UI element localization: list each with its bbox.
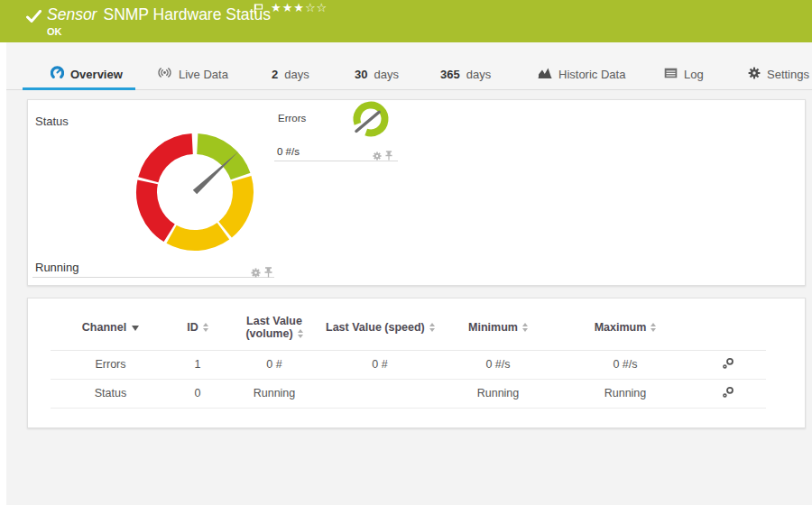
gear-icon[interactable] (251, 268, 261, 278)
tab-settings[interactable]: Settings (748, 63, 809, 85)
cell-last-value-speed: 0 # (324, 350, 436, 379)
tab-historic-data[interactable]: Historic Data (538, 63, 625, 85)
table-header-row: Channel ID Last Value (volume) Last Valu… (51, 309, 766, 350)
column-header-minimum[interactable]: Minimum (436, 309, 560, 350)
column-header-actions (690, 309, 766, 350)
column-header-maximum[interactable]: Maximum (560, 309, 690, 350)
tab-2-days-number: 2 (272, 68, 278, 81)
table-row-errors: Errors 1 0 # 0 # 0 #/s 0 #/s (51, 350, 766, 379)
errors-gauge-title: Errors (278, 113, 306, 124)
tab-30-days[interactable]: 30 days (355, 63, 399, 85)
cell-maximum: Running (560, 379, 690, 408)
channel-table: Channel ID Last Value (volume) Last Valu… (51, 309, 766, 409)
sensor-name: SNMP Hardware Status (103, 5, 270, 23)
tab-log[interactable]: Log (664, 63, 704, 85)
tab-historic-data-label: Historic Data (558, 68, 625, 81)
tab-2-days[interactable]: 2 days (272, 63, 309, 85)
tab-365-days[interactable]: 365 days (440, 63, 491, 85)
sort-icon (429, 323, 435, 332)
status-gauge (118, 115, 272, 269)
tab-overview[interactable]: Overview (51, 63, 123, 85)
overview-gauges-panel: Status Running Errors 0 #/s (27, 99, 806, 286)
errors-gauge-divider (274, 161, 398, 161)
errors-gauge (349, 97, 392, 141)
tab-settings-label: Settings (767, 68, 809, 81)
cell-id: 0 (171, 379, 225, 408)
cell-minimum: 0 #/s (436, 350, 560, 379)
column-header-last-value-speed[interactable]: Last Value (speed) (324, 309, 436, 350)
sensor-status-text: OK (47, 26, 62, 37)
cell-maximum: 0 #/s (560, 350, 690, 379)
sort-icon (522, 323, 528, 332)
cell-channel: Status (51, 379, 171, 408)
tab-overview-label: Overview (70, 68, 123, 81)
tab-365-days-number: 365 (440, 68, 460, 81)
tab-live-data-label: Live Data (179, 68, 228, 81)
column-header-id[interactable]: ID (171, 309, 225, 350)
flag-icon[interactable] (254, 4, 263, 14)
page-title: SensorSNMP Hardware Status (47, 5, 271, 24)
gear-icon[interactable] (373, 152, 382, 161)
gear-icon (748, 67, 761, 82)
cell-last-value-volume: 0 # (225, 350, 324, 379)
active-tab-underline (23, 87, 135, 90)
object-kind-label: Sensor (47, 5, 97, 23)
cell-actions (690, 350, 766, 379)
column-header-last-value-volume[interactable]: Last Value (volume) (225, 309, 324, 350)
cell-minimum: Running (436, 379, 560, 408)
tab-30-days-label: days (374, 68, 398, 81)
channel-table-panel: Channel ID Last Value (volume) Last Valu… (27, 298, 806, 428)
tab-2-days-label: days (284, 68, 309, 81)
priority-stars[interactable]: ★★★☆☆ (271, 1, 328, 14)
tab-bar: Overview Live Data 2 days 30 days 365 da… (0, 42, 812, 90)
tab-30-days-number: 30 (355, 68, 367, 81)
sort-icon (651, 323, 656, 332)
broadcast-icon (157, 67, 172, 81)
cell-actions (690, 379, 766, 408)
cell-id: 1 (171, 350, 225, 379)
sort-icon (298, 329, 303, 338)
channel-settings-icon[interactable] (722, 357, 734, 370)
stars-empty: ☆☆ (305, 1, 328, 14)
sort-icon (203, 323, 208, 332)
cell-last-value-volume: Running (225, 379, 324, 408)
status-gauge-divider (32, 277, 274, 278)
left-margin-strip (0, 42, 6, 505)
cell-last-value-speed (324, 379, 436, 408)
tab-365-days-label: days (466, 68, 491, 81)
cell-channel: Errors (51, 350, 171, 379)
sensor-header: SensorSNMP Hardware Status ★★★☆☆ OK (0, 0, 812, 42)
pin-icon[interactable] (385, 151, 392, 161)
log-list-icon (664, 68, 678, 81)
table-row-status: Status 0 Running Running Running (51, 379, 766, 408)
column-header-channel[interactable]: Channel (51, 309, 171, 350)
status-gauge-actions (251, 267, 272, 278)
sort-desc-icon (132, 326, 139, 331)
status-ok-icon (26, 10, 42, 27)
status-gauge-value: Running (35, 261, 78, 274)
stars-filled: ★★★ (271, 1, 305, 14)
area-chart-icon (538, 67, 552, 81)
pin-icon[interactable] (264, 267, 272, 278)
tab-live-data[interactable]: Live Data (157, 63, 228, 85)
status-gauge-title: Status (35, 115, 69, 128)
errors-gauge-value: 0 #/s (277, 146, 300, 157)
errors-gauge-actions (373, 151, 392, 161)
gauge-icon (51, 66, 64, 82)
channel-settings-icon[interactable] (722, 386, 734, 399)
tab-log-label: Log (684, 68, 704, 81)
